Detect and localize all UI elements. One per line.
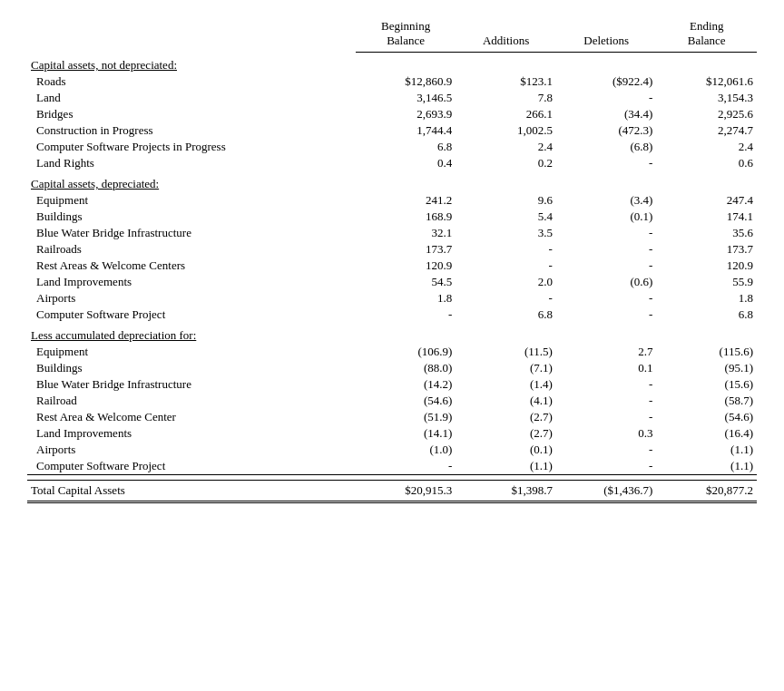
row-ending: 2.4 [656,139,757,155]
row-beginning: 6.8 [356,139,456,155]
row-ending: 2,925.6 [656,106,757,122]
table-row: Buildings(88.0)(7.1)0.1(95.1) [27,360,757,376]
row-ending: $12,061.6 [656,73,757,90]
row-additions: 1,002.5 [456,122,556,139]
row-label: Rest Area & Welcome Center [27,409,356,425]
row-additions: - [456,258,556,274]
table-row: Land Improvements(14.1)(2.7)0.3(16.4) [27,425,757,442]
row-beginning: $12,860.9 [356,73,456,90]
row-deletions: 2.7 [556,344,657,360]
row-beginning: 241.2 [356,192,456,209]
table-row: Railroads173.7--173.7 [27,241,757,258]
col-header-label [27,18,356,53]
row-additions: (1.4) [456,376,556,393]
table-row: Equipment241.29.6(3.4)247.4 [27,192,757,209]
row-ending: 247.4 [656,192,757,209]
row-deletions: - [556,258,657,274]
row-ending: (15.6) [656,376,757,393]
row-deletions: (34.4) [556,106,657,122]
table-row: Rest Areas & Welcome Centers120.9--120.9 [27,258,757,274]
row-additions: 0.2 [456,155,556,171]
row-additions: 2.4 [456,139,556,155]
row-beginning: 3,146.5 [356,90,456,106]
row-label: Rest Areas & Welcome Centers [27,258,356,274]
row-deletions: (6.8) [556,139,657,155]
row-label: Airports [27,442,356,458]
row-additions: $123.1 [456,73,556,90]
row-label: Railroads [27,241,356,258]
table-row: Airports(1.0)(0.1)-(1.1) [27,442,757,458]
row-label: Equipment [27,192,356,209]
col-header-beginning: Beginning Balance [356,18,456,53]
section-header-accumulated: Less accumulated depreciation for: [27,323,757,344]
table-row: Blue Water Bridge Infrastructure32.13.5-… [27,225,757,241]
row-label: Land [27,90,356,106]
row-ending: (95.1) [656,360,757,376]
row-label: Land Improvements [27,274,356,290]
row-ending: (54.6) [656,409,757,425]
row-additions: (4.1) [456,393,556,409]
row-deletions: - [556,241,657,258]
row-additions: (7.1) [456,360,556,376]
row-additions: 7.8 [456,90,556,106]
section-header-not-depreciated: Capital assets, not depreciated: [27,53,757,74]
table-row: Equipment(106.9)(11.5)2.7(115.6) [27,344,757,360]
row-ending: 1.8 [656,290,757,307]
table-row: Blue Water Bridge Infrastructure(14.2)(1… [27,376,757,393]
row-ending: (115.6) [656,344,757,360]
table-row: Buildings168.95.4(0.1)174.1 [27,209,757,225]
row-beginning: 168.9 [356,209,456,225]
row-label: Blue Water Bridge Infrastructure [27,376,356,393]
row-additions: 266.1 [456,106,556,122]
row-ending: 0.6 [656,155,757,171]
row-label: Computer Software Project [27,458,356,475]
row-label: Buildings [27,360,356,376]
row-additions: 9.6 [456,192,556,209]
row-ending: 55.9 [656,274,757,290]
row-additions: (2.7) [456,409,556,425]
row-deletions: - [556,90,657,106]
row-beginning: (51.9) [356,409,456,425]
row-ending: (58.7) [656,393,757,409]
row-ending: (1.1) [656,458,757,475]
row-label: Equipment [27,344,356,360]
section-header-depreciated: Capital assets, depreciated: [27,171,757,192]
row-additions: 2.0 [456,274,556,290]
row-beginning: (14.1) [356,425,456,442]
row-label: Land Improvements [27,425,356,442]
row-ending: 6.8 [656,307,757,323]
total-beginning: $20,915.3 [356,481,456,502]
total-additions: $1,398.7 [456,481,556,502]
row-deletions: - [556,155,657,171]
row-ending: 173.7 [656,241,757,258]
row-ending: 120.9 [656,258,757,274]
row-deletions: - [556,290,657,307]
row-additions: 3.5 [456,225,556,241]
row-label: Railroad [27,393,356,409]
table-row: Computer Software Project-(1.1)-(1.1) [27,458,757,475]
table-row: Airports1.8--1.8 [27,290,757,307]
table-row: Construction in Progress1,744.41,002.5(4… [27,122,757,139]
row-deletions: 0.3 [556,425,657,442]
table-row: Roads$12,860.9$123.1($922.4)$12,061.6 [27,73,757,90]
row-beginning: 1,744.4 [356,122,456,139]
row-deletions: - [556,307,657,323]
row-additions: (1.1) [456,458,556,475]
row-label: Land Rights [27,155,356,171]
row-beginning: 0.4 [356,155,456,171]
row-beginning: - [356,458,456,475]
row-ending: 3,154.3 [656,90,757,106]
row-deletions: - [556,458,657,475]
row-beginning: (14.2) [356,376,456,393]
row-label: Construction in Progress [27,122,356,139]
total-ending: $20,877.2 [656,481,757,502]
row-beginning: 2,693.9 [356,106,456,122]
row-deletions: - [556,409,657,425]
row-additions: (0.1) [456,442,556,458]
row-ending: 35.6 [656,225,757,241]
table-row: Land Rights0.40.2-0.6 [27,155,757,171]
row-deletions: (472.3) [556,122,657,139]
row-deletions: 0.1 [556,360,657,376]
row-label: Roads [27,73,356,90]
row-label: Computer Software Projects in Progress [27,139,356,155]
